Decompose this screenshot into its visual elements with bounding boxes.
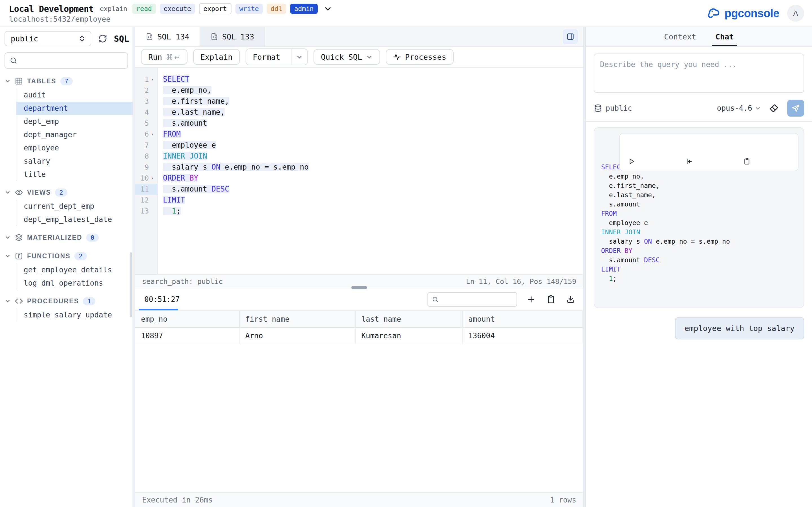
tab-label: SQL 133 xyxy=(222,33,254,41)
section-label: PROCEDURES xyxy=(27,297,79,305)
avatar[interactable]: A xyxy=(787,5,804,22)
refresh-icon[interactable] xyxy=(97,33,108,44)
copy-icon[interactable] xyxy=(742,138,791,166)
model-select[interactable]: opus-4.6 xyxy=(717,104,761,112)
line-number: 4 xyxy=(137,108,149,116)
sidebar-item-get_employee_details[interactable]: get_employee_details xyxy=(16,263,133,277)
editor-tab-sql-133[interactable]: SQL 133 xyxy=(200,27,265,46)
code-line: 1; xyxy=(163,206,583,217)
section-header-functions[interactable]: FUNCTIONS2 xyxy=(4,249,133,263)
chevron-down-icon xyxy=(755,105,761,112)
section-header-materialized[interactable]: MATERIALIZED0 xyxy=(4,230,133,245)
sidebar-item-dept_emp_latest_date[interactable]: dept_emp_latest_date xyxy=(16,213,133,226)
line-number: 11 xyxy=(137,185,149,193)
editor-code[interactable]: SELECT e.emp_no, e.first_name, e.last_na… xyxy=(158,68,583,274)
section-header-views[interactable]: VIEWS2 xyxy=(4,185,133,200)
fold-arrow-icon[interactable]: ▾ xyxy=(149,132,156,136)
results-table: emp_nofirst_namelast_nameamount 10897Arn… xyxy=(135,311,583,344)
sidebar-item-title[interactable]: title xyxy=(16,168,133,181)
result-tab-timer[interactable]: 00:51:27 xyxy=(142,295,182,304)
sidebar-scrollbar[interactable] xyxy=(130,252,132,317)
permission-badge-write: write xyxy=(236,4,263,14)
insert-to-editor-icon[interactable] xyxy=(684,138,733,166)
sidebar-splitter[interactable] xyxy=(133,27,135,507)
sidebar-item-dept_emp[interactable]: dept_emp xyxy=(16,115,133,128)
send-button[interactable] xyxy=(787,100,804,117)
sidebar-item-log_dml_operations[interactable]: log_dml_operations xyxy=(16,277,133,290)
connection-info: Local Development explainreadexecuteexpo… xyxy=(0,3,333,23)
download-icon[interactable] xyxy=(565,294,576,305)
code-line: FROM xyxy=(601,209,797,218)
fold-arrow-icon[interactable]: ▾ xyxy=(149,77,156,82)
right-panel-splitter[interactable] xyxy=(583,27,586,507)
processes-button[interactable]: Processes xyxy=(386,49,453,65)
tab-chat[interactable]: Chat xyxy=(714,27,735,46)
sidebar-item-salary[interactable]: salary xyxy=(16,155,133,168)
sidebar: public SQL TABLES7auditdepartmentdept_em… xyxy=(0,27,133,507)
permission-badge-execute: execute xyxy=(160,4,195,14)
execution-time: Executed in 26ms xyxy=(142,496,213,504)
run-query-icon[interactable] xyxy=(627,138,676,166)
count-badge: 2 xyxy=(55,188,67,196)
code-line: e.emp_no, xyxy=(163,85,583,96)
line-number: 5 xyxy=(137,119,149,127)
quick-sql-button[interactable]: Quick SQL xyxy=(313,49,380,65)
editor-tab-sql-134[interactable]: SQL 134 xyxy=(135,27,200,46)
file-code-icon xyxy=(210,33,218,41)
sql-suggestion-card: SELECT e.emp_no, e.first_name, e.last_na… xyxy=(594,127,804,308)
permission-badge-ddl: ddl xyxy=(267,4,287,14)
sidebar-section-procedures: PROCEDURES1simple_salary_update xyxy=(4,294,133,322)
sidebar-item-employee[interactable]: employee xyxy=(16,142,133,155)
sidebar-item-dept_manager[interactable]: dept_manager xyxy=(16,128,133,142)
app-header: Local Development explainreadexecuteexpo… xyxy=(0,0,812,27)
sql-mode-label[interactable]: SQL xyxy=(114,34,129,44)
sidebar-item-current_dept_emp[interactable]: current_dept_emp xyxy=(16,200,133,213)
line-number: 10 xyxy=(137,174,149,182)
chevron-down-icon xyxy=(4,78,11,84)
results-search[interactable] xyxy=(427,292,517,307)
clipboard-icon[interactable] xyxy=(545,294,557,305)
results-footer: Executed in 26ms 1 rows xyxy=(135,492,583,507)
sidebar-search[interactable] xyxy=(4,52,128,69)
prompt-input[interactable] xyxy=(594,54,804,93)
count-badge: 7 xyxy=(60,77,73,86)
panel-toggle-button[interactable] xyxy=(563,29,578,44)
table-cell: 10897 xyxy=(135,328,239,344)
gutter-line: 12 xyxy=(135,194,157,206)
code-line: e.first_name, xyxy=(163,96,583,107)
active-result-indicator xyxy=(139,309,178,311)
suggested-sql: SELECT e.emp_no, e.first_name, e.last_na… xyxy=(601,163,797,283)
return-icon xyxy=(173,54,180,60)
explain-button[interactable]: Explain xyxy=(193,49,240,65)
chevron-down-icon[interactable] xyxy=(323,4,333,14)
schema-tree: TABLES7auditdepartmentdept_empdept_manag… xyxy=(4,74,133,322)
section-items: auditdepartmentdept_empdept_manageremplo… xyxy=(16,89,133,181)
schema-select[interactable]: public xyxy=(4,31,91,46)
results-search-input[interactable] xyxy=(442,295,513,304)
run-button[interactable]: Run xyxy=(141,49,188,65)
add-icon[interactable] xyxy=(525,294,537,305)
sidebar-item-audit[interactable]: audit xyxy=(16,89,133,102)
section-header-procedures[interactable]: PROCEDURES1 xyxy=(4,294,133,308)
section-label: MATERIALIZED xyxy=(27,234,82,241)
tab-context[interactable]: Context xyxy=(663,27,698,46)
chevron-down-icon[interactable] xyxy=(291,49,307,65)
section-header-tables[interactable]: TABLES7 xyxy=(4,74,133,89)
sidebar-search-input[interactable] xyxy=(21,56,123,65)
results-header: emp_nofirst_namelast_nameamount xyxy=(135,311,583,328)
file-code-icon xyxy=(146,33,153,41)
code-line: LIMIT xyxy=(163,194,583,206)
format-button[interactable]: Format xyxy=(246,48,308,65)
function-icon xyxy=(15,252,23,260)
line-number: 9 xyxy=(137,163,149,171)
fold-arrow-icon[interactable]: ▾ xyxy=(149,176,156,180)
gutter-line: 4 xyxy=(135,107,157,118)
column-header-last_name: last_name xyxy=(356,311,462,328)
sidebar-item-simple_salary_update[interactable]: simple_salary_update xyxy=(16,308,133,322)
sidebar-item-department[interactable]: department xyxy=(16,102,133,115)
table-icon xyxy=(15,77,23,86)
user-message: employee with top salary xyxy=(675,317,804,339)
eraser-icon[interactable] xyxy=(768,102,780,114)
gutter-line: 13 xyxy=(135,206,157,217)
code-icon xyxy=(15,297,23,305)
